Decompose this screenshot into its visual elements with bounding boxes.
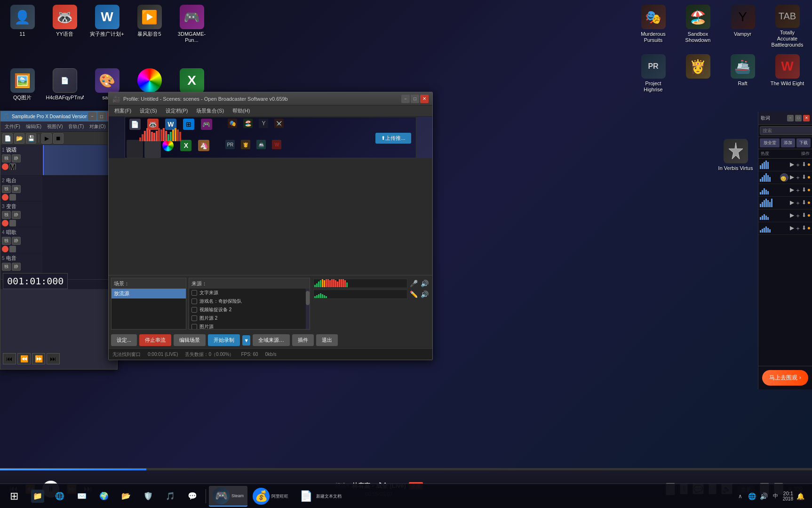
sam-new-btn[interactable]: 📄 (2, 133, 13, 144)
sam-menu-view[interactable]: 视图(V) (45, 122, 65, 131)
song-add-3[interactable]: ＋ (795, 186, 801, 194)
yy-close-btn[interactable]: ✕ (803, 115, 810, 121)
obs-stop-stream-btn[interactable]: 停止串流 (139, 334, 171, 346)
track4-mute[interactable]: 静 (12, 237, 21, 245)
yy-minimize-btn[interactable]: － (787, 115, 794, 121)
sam-save-btn[interactable]: 💾 (26, 133, 36, 144)
obs-edit-scene-btn[interactable]: 编辑场景 (174, 334, 206, 346)
desktop-icon-baofeng[interactable]: ▶️ 暴风影音5 (129, 2, 169, 49)
sam-minimize-btn[interactable]: － (88, 112, 96, 121)
track2-rec[interactable] (2, 194, 8, 201)
source-item-1[interactable]: 文字来源 (189, 289, 310, 297)
song-coin-5[interactable]: ● (807, 212, 811, 220)
speaker-icon[interactable]: 🔊 (420, 279, 429, 288)
desktop-icon-yy[interactable]: 🦝 YY语音 (45, 2, 85, 49)
obs-quit-btn[interactable]: 退出 (316, 334, 338, 346)
obs-minimize-btn[interactable]: － (401, 95, 410, 103)
yy-play-all-btn[interactable]: 放全堂 (760, 138, 780, 147)
obs-menu-help[interactable]: 帮助(H) (229, 106, 254, 115)
obs-start-record-btn[interactable]: 开始录制 (208, 334, 240, 346)
source-item-4[interactable]: 图片源 2 (189, 314, 310, 323)
track3-rec[interactable] (2, 220, 8, 226)
song-dl-3[interactable]: ⬇ (802, 186, 806, 194)
song-coin-4[interactable]: ● (807, 199, 811, 207)
song-play-6[interactable]: ▶ (790, 225, 794, 233)
obs-menu-profile[interactable]: 设定档(P) (162, 106, 192, 115)
obs-all-sources-btn[interactable]: 全域来源… (253, 334, 290, 346)
tray-network[interactable]: 🌐 (748, 492, 757, 501)
song-dl-2[interactable]: ⬇ (802, 174, 806, 182)
source-check-3[interactable] (191, 307, 197, 313)
track4-solo[interactable]: 独 (2, 237, 11, 245)
sam-menu-object[interactable]: 对象(O) (87, 122, 108, 131)
track2-fx[interactable] (9, 194, 16, 201)
song-dl-1[interactable]: ⬇ (802, 161, 806, 169)
desktop-icon-qqphoto[interactable]: 🖼️ QQ图片 (2, 66, 42, 113)
mic-icon[interactable]: 🎤 (409, 279, 418, 288)
song-play-3[interactable]: ▶ (790, 186, 794, 194)
song-row-6[interactable]: ▶ ＋ ⬇ ● (758, 222, 812, 235)
taskbar-app-edge[interactable]: 🌍 (94, 486, 114, 507)
obs-menu-scenes[interactable]: 场景集合(S) (192, 106, 228, 115)
song-add-5[interactable]: ＋ (795, 212, 801, 220)
desktop-icon-raft[interactable]: 🚢 Raft (723, 52, 763, 99)
yy-add-btn[interactable]: 添加 (781, 138, 795, 147)
desktop-icon-word[interactable]: W 寅子推广计划+ (87, 2, 127, 49)
desktop-icon-photos[interactable]: 👤 11 (2, 2, 42, 49)
desktop-icon-project[interactable]: PR Project Highrise (633, 52, 673, 99)
track3-solo[interactable]: 独 (2, 211, 11, 219)
taskbar-app-qq-task[interactable]: 💬 (182, 486, 203, 507)
track2-solo[interactable]: 独 (2, 185, 11, 193)
song-add-4[interactable]: ＋ (795, 199, 801, 207)
track5-solo[interactable]: 独 (2, 263, 11, 271)
desktop-icon-verbis[interactable]: In Verbis Virtus (716, 137, 756, 184)
song-row-1[interactable]: ▶ ＋ ⬇ ● (758, 159, 812, 171)
taskbar-steam[interactable]: 🎮 Steam (209, 486, 247, 507)
yy-live-button[interactable]: 马上去围观 › (762, 370, 808, 386)
desktop-icon-tab[interactable]: TAB Totally Accurate Battlegrounds (767, 2, 807, 49)
track4-rec[interactable] (2, 246, 8, 252)
sam-menu-audio[interactable]: 音轨(T) (66, 122, 86, 131)
taskbar-newdoc[interactable]: 📄 新建文本文档 (294, 486, 345, 507)
tray-notification[interactable]: 🔔 (796, 492, 805, 501)
player-progress-bar[interactable] (0, 468, 812, 470)
sam-maximize-btn[interactable]: □ (97, 112, 106, 121)
song-dl-4[interactable]: ⬇ (802, 199, 806, 207)
yy-search-input[interactable] (760, 126, 812, 135)
song-play-2[interactable]: ▶ (790, 174, 794, 182)
speaker2-icon[interactable]: 🔊 (420, 290, 429, 299)
obs-menu-file[interactable]: 档案(F) (111, 106, 135, 115)
song-coin-6[interactable]: ● (807, 225, 811, 233)
source-item-5[interactable]: 图片源 (189, 323, 310, 329)
desktop-icon-vampyr[interactable]: Y Vampyr (723, 2, 763, 49)
taskbar-app-files[interactable]: 📁 (27, 486, 48, 507)
sam-ff-btn[interactable]: ⏩ (32, 353, 45, 364)
taskbar-app-explorer[interactable]: 📂 (116, 486, 136, 507)
tray-volume[interactable]: 🔊 (759, 492, 769, 501)
song-play-5[interactable]: ▶ (790, 212, 794, 220)
song-add-6[interactable]: ＋ (795, 225, 801, 233)
source-check-4[interactable] (191, 315, 197, 321)
desktop-icon-unknown-game[interactable]: 👸 (678, 52, 718, 99)
song-play-1[interactable]: ▶ (790, 161, 794, 169)
sam-prev-btn[interactable]: ⏪ (17, 353, 31, 364)
track1-solo[interactable]: 独 (2, 154, 11, 162)
sam-open-btn[interactable]: 📂 (14, 133, 24, 144)
taskbar-app-yy-task[interactable]: 🎵 (160, 486, 181, 507)
desktop-icon-wild[interactable]: W The Wild Eight (767, 52, 807, 99)
sam-rewind-btn[interactable]: ⏮ (3, 353, 16, 364)
track2-mute[interactable]: 静 (12, 185, 21, 193)
pencil-icon[interactable]: ✏️ (409, 290, 418, 299)
desktop-icon-murderous[interactable]: 🎭 Murderous Pursuits (633, 2, 673, 49)
song-coin-3[interactable]: ● (807, 186, 811, 194)
start-button[interactable]: ⊞ (2, 484, 26, 508)
sam-end-btn[interactable]: ⏭ (47, 353, 60, 364)
song-row-2[interactable]: 😊 ▶ ＋ ⬇ ● (758, 171, 812, 184)
obs-record-dropdown[interactable]: ▼ (242, 335, 250, 346)
track4-fx[interactable] (9, 246, 16, 252)
obs-maximize-btn[interactable]: □ (411, 95, 419, 103)
source-check-1[interactable] (191, 290, 197, 296)
track3-fx[interactable] (9, 220, 16, 226)
song-row-3[interactable]: ▶ ＋ ⬇ ● (758, 184, 812, 197)
desktop-icon-h4c[interactable]: 📄 H4cBAFqyPTmA... (45, 66, 85, 113)
